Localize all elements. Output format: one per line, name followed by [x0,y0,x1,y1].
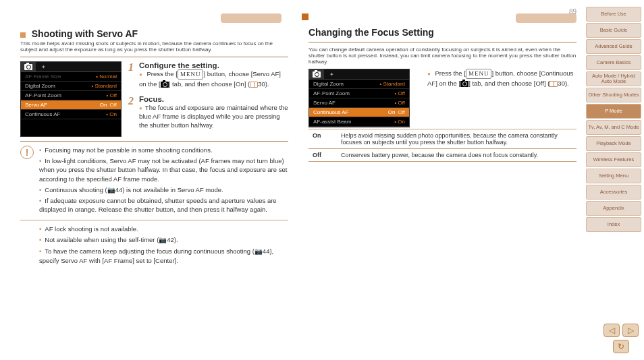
next-page-button[interactable]: ▷ [622,324,639,337]
divider [20,57,288,57]
left-column: Shooting with Servo AF This mode helps a… [20,13,288,353]
divider [308,42,576,42]
step-2-title: Focus. [128,95,288,103]
camera-icon [460,81,468,87]
tab-tools-icon: ✦ [36,62,51,71]
table-val: Helps avoid missing sudden photo opportu… [337,129,576,149]
page-ref-icon [549,81,558,87]
sidebar-item[interactable]: Setting Menu [586,169,641,183]
warning-item: Focusing may not be possible in some sho… [39,146,288,155]
sidebar-item[interactable]: Other Shooting Modes [586,88,641,102]
step-number-1: 1 [128,61,139,73]
table-key: On [308,129,337,149]
right-step-text: Press the [MENU] button, choose [Continu… [427,69,576,88]
menu-row: Digital Zoom• Standard [309,80,409,89]
section-marker [20,32,26,38]
section-subhead-right: You can change default camera operation … [308,47,576,65]
info-item: To have the camera keep adjusting the fo… [39,247,288,266]
warning-list: Focusing may not be possible in some sho… [39,146,288,216]
sidebar-item[interactable]: Basic Guide [586,23,641,38]
table-val: Conserves battery power, because the cam… [337,149,576,162]
step-number-2: 2 [128,95,139,107]
menu-row: Continuous AFOnOff [309,108,409,117]
step-1-title: Configure the setting. [128,61,288,69]
menu-row: Servo AF• Off [309,98,409,108]
warning-item: In low-light conditions, Servo AF may no… [39,156,288,184]
menu-row: Digital Zoom• Standard [21,82,121,91]
sidebar-item[interactable]: Before Use [586,7,641,22]
mode-pill [221,13,281,23]
sidebar-item[interactable]: Wireless Features [586,152,641,167]
step-2-text: The focus and exposure are maintained wh… [139,103,288,130]
warning-icon: ! [20,146,34,159]
tab-shoot-icon [21,62,36,71]
sidebar-item[interactable]: Appendix [586,201,641,216]
tab-tools-icon: ✦ [324,69,339,79]
step-1-text: Press the [MENU] button, choose [Servo A… [139,69,288,88]
table-row: OnHelps avoid missing sudden photo oppor… [308,129,576,149]
right-column: Changing the Focus Setting You can chang… [302,13,576,353]
camera-screenshot-a: ✦ AF Frame Size• NormalDigital Zoom• Sta… [20,61,122,137]
camera-icon [161,82,169,88]
page-ref-icon [250,82,258,88]
divider [20,220,288,220]
sidebar-item[interactable]: Auto Mode / Hybrid Auto Mode [586,71,641,86]
return-button[interactable]: ↻ [613,340,629,353]
tab-shoot-icon [309,69,324,79]
menu-row: Continuous AF• On [21,110,121,119]
section-marker [302,13,308,20]
sidebar-item[interactable]: Camera Basics [586,55,641,70]
sidebar-item[interactable]: Advanced Guide [586,39,641,54]
table-key: Off [308,149,337,162]
menu-row: AF-Point Zoom• Off [309,89,409,98]
sidebar-item[interactable]: Tv, Av, M, and C Mode [586,120,641,135]
section-subhead: This mode helps avoid missing shots of s… [20,40,288,53]
menu-icon: MENU [178,69,204,80]
info-item: AF lock shooting is not available. [39,224,288,234]
menu-row: AF-assist Beam• On [309,117,409,127]
menu-icon: MENU [466,69,492,79]
warning-item: If adequate exposure cannot be obtained,… [39,196,288,215]
warning-item: Continuous shooting (📷44) is not availab… [39,185,288,195]
sidebar-item[interactable]: Index [586,217,641,232]
section-heading: Shooting with Servo AF [32,28,138,39]
table-row: OffConserves battery power, because the … [308,149,576,162]
menu-row: AF Frame Size• Normal [21,72,121,82]
section-heading-right: Changing the Focus Setting [308,27,434,38]
nav-sidebar: Before UseBasic GuideAdvanced GuideCamer… [583,0,644,360]
divider [20,141,288,142]
camera-screenshot-b: ✦ Digital Zoom• StandardAF-Point Zoom• O… [308,69,410,127]
prev-page-button[interactable]: ◁ [603,324,620,337]
menu-row: AF-Point Zoom• Off [21,91,121,100]
page-nav: ◁ ▷ ↻ [603,324,639,353]
page-number: 89 [569,8,576,16]
sidebar-item[interactable]: Playback Mode [586,136,641,151]
menu-row: Servo AFOnOff [21,100,121,110]
sidebar-item[interactable]: P Mode [586,104,641,119]
sidebar-item[interactable]: Accessories [586,185,641,200]
mode-pill [516,13,576,23]
info-list: AF lock shooting is not available.Not av… [39,224,288,266]
options-table: OnHelps avoid missing sudden photo oppor… [308,129,576,162]
info-item: Not available when using the self-timer … [39,235,288,245]
